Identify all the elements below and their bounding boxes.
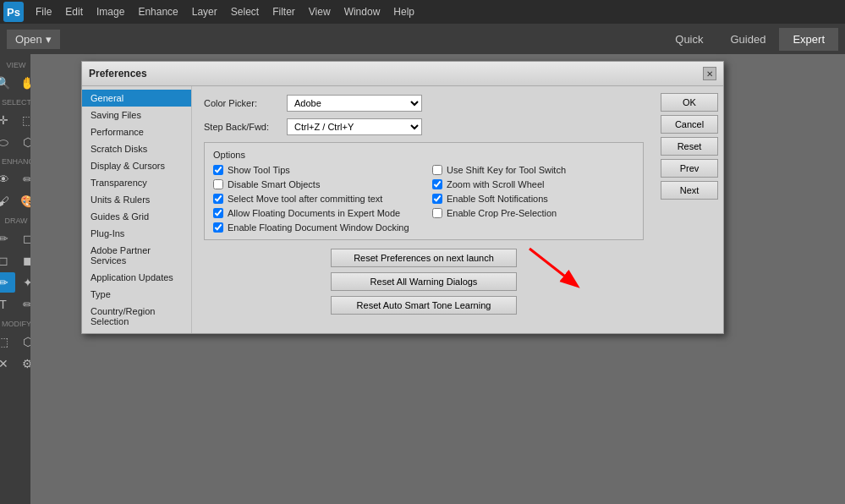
mode-tabs: Quick Guided Expert <box>661 28 838 51</box>
cancel-button[interactable]: Cancel <box>661 115 718 134</box>
clone-tool[interactable]: 🖌 <box>0 191 15 211</box>
canvas-area: Preferences ✕ General Saving Files Perfo… <box>30 54 845 504</box>
next-button[interactable]: Next <box>661 181 718 200</box>
show-tooltips-checkbox[interactable] <box>213 165 223 175</box>
enable-floating-window-label: Enable Floating Document Window Docking <box>228 222 409 233</box>
menu-file[interactable]: File <box>29 4 58 19</box>
zoom-scroll-label: Zoom with Scroll Wheel <box>447 179 545 189</box>
crop-tool[interactable]: ⬚ <box>0 331 15 352</box>
allow-floating-checkbox[interactable] <box>213 208 223 218</box>
menu-view[interactable]: View <box>302 4 337 19</box>
open-button[interactable]: Open ▾ <box>7 30 60 49</box>
left-toolbar: VIEW 🔍 ✋ SELECT ✛ ⬚ ⬭ ⬡ ENHANCE 👁 ✏ 🖌 🎨 … <box>0 54 30 504</box>
app-logo: Ps <box>3 2 24 22</box>
menu-help[interactable]: Help <box>387 4 421 19</box>
disable-smart-checkbox[interactable] <box>213 179 223 189</box>
reset-buttons: Reset Preferences on next launch Reset A… <box>204 249 644 315</box>
view-label: VIEW <box>0 61 30 69</box>
move-tool[interactable]: ✛ <box>0 110 15 130</box>
reset-prefs-button[interactable]: Reset Preferences on next launch <box>331 249 517 267</box>
options-title: Options <box>213 150 634 160</box>
checkbox-allow-floating: Allow Floating Documents in Expert Mode <box>213 208 415 218</box>
dialog-title: Preferences <box>89 68 147 79</box>
reset-warning-button[interactable]: Reset All Warning Dialogs <box>331 272 517 291</box>
enable-crop-checkbox[interactable] <box>432 208 442 218</box>
zoom-tool[interactable]: 🔍 <box>0 73 15 93</box>
recompose-tool[interactable]: ✕ <box>0 353 15 374</box>
options-grid: Show Tool Tips Disable Smart Objects Sel… <box>213 165 634 233</box>
step-backfwd-label: Step Back/Fwd: <box>204 122 280 132</box>
nav-scratch-disks[interactable]: Scratch Disks <box>82 140 191 157</box>
checkbox-disable-smart: Disable Smart Objects <box>213 179 415 189</box>
nav-country-region[interactable]: Country/Region Selection <box>82 303 191 330</box>
preferences-dialog: Preferences ✕ General Saving Files Perfo… <box>81 61 724 334</box>
checkbox-enable-crop: Enable Crop Pre-Selection <box>432 208 634 218</box>
modify-label: MODIFY <box>0 320 30 328</box>
enable-crop-label: Enable Crop Pre-Selection <box>447 208 557 218</box>
menu-window[interactable]: Window <box>337 4 387 19</box>
red-eye-tool[interactable]: 👁 <box>0 169 15 189</box>
select-label: SELECT <box>0 98 30 107</box>
fill-tool[interactable]: ◻ <box>0 250 15 271</box>
menu-edit[interactable]: Edit <box>58 4 90 19</box>
nav-type[interactable]: Type <box>82 286 191 303</box>
color-picker-select[interactable]: Adobe <box>287 95 422 112</box>
dialog-body: General Saving Files Performance Scratch… <box>82 86 723 333</box>
type-tool[interactable]: T <box>0 294 15 315</box>
menu-layer[interactable]: Layer <box>185 4 224 19</box>
nav-saving-files[interactable]: Saving Files <box>82 107 191 123</box>
main-area: VIEW 🔍 ✋ SELECT ✛ ⬚ ⬭ ⬡ ENHANCE 👁 ✏ 🖌 🎨 … <box>0 54 845 504</box>
tab-quick[interactable]: Quick <box>661 28 716 51</box>
lasso-tool[interactable]: ⬭ <box>0 132 15 152</box>
menu-filter[interactable]: Filter <box>266 4 302 19</box>
zoom-scroll-checkbox[interactable] <box>432 179 442 189</box>
checkbox-zoom-scroll: Zoom with Scroll Wheel <box>432 179 634 189</box>
nav-guides-grid[interactable]: Guides & Grid <box>82 208 191 225</box>
options-box: Options Show Tool Tips <box>204 142 644 240</box>
pref-content: Color Picker: Adobe Step Back/Fwd: Ctrl+… <box>192 86 656 333</box>
checkbox-show-tooltips: Show Tool Tips <box>213 165 415 175</box>
prev-button[interactable]: Prev <box>661 159 718 178</box>
checkbox-enable-soft: Enable Soft Notifications <box>432 194 634 204</box>
checkbox-select-move: Select Move tool after committing text <box>213 194 415 204</box>
tab-expert[interactable]: Expert <box>779 28 838 51</box>
header-bar: Open ▾ Quick Guided Expert <box>0 24 845 54</box>
pref-right-buttons: OK Cancel Reset Prev Next <box>656 86 723 333</box>
step-backfwd-select[interactable]: Ctrl+Z / Ctrl+Y <box>287 118 422 135</box>
dialog-overlay: Preferences ✕ General Saving Files Perfo… <box>30 54 845 504</box>
nav-plug-ins[interactable]: Plug-Ins <box>82 225 191 242</box>
reset-smart-tone-button[interactable]: Reset Auto Smart Tone Learning <box>331 296 517 315</box>
nav-units-rulers[interactable]: Units & Rulers <box>82 191 191 208</box>
tab-guided[interactable]: Guided <box>717 28 780 51</box>
nav-adobe-partner[interactable]: Adobe Partner Services <box>82 242 191 269</box>
options-col2: Use Shift Key for Tool Switch Zoom with … <box>432 165 634 233</box>
ok-button[interactable]: OK <box>661 93 718 112</box>
options-col1: Show Tool Tips Disable Smart Objects Sel… <box>213 165 415 233</box>
pen-tool[interactable]: ✏ <box>0 272 15 293</box>
select-move-checkbox[interactable] <box>213 194 223 204</box>
close-button[interactable]: ✕ <box>703 67 716 80</box>
enhance-label: ENHANCE <box>0 157 30 166</box>
nav-display-cursors[interactable]: Display & Cursors <box>82 157 191 174</box>
nav-transparency[interactable]: Transparency <box>82 174 191 191</box>
use-shift-checkbox[interactable] <box>432 165 442 175</box>
enable-soft-label: Enable Soft Notifications <box>447 194 548 204</box>
disable-smart-label: Disable Smart Objects <box>228 179 320 189</box>
brush-tool[interactable]: ✏ <box>0 228 15 249</box>
nav-performance[interactable]: Performance <box>82 123 191 140</box>
enable-soft-checkbox[interactable] <box>432 194 442 204</box>
menu-enhance[interactable]: Enhance <box>131 4 184 19</box>
select-move-label: Select Move tool after committing text <box>228 194 382 204</box>
checkbox-enable-floating-window: Enable Floating Document Window Docking <box>213 222 415 233</box>
reset-button[interactable]: Reset <box>661 137 718 156</box>
draw-label: DRAW <box>0 216 30 225</box>
enable-floating-window-checkbox[interactable] <box>213 222 223 233</box>
nav-app-updates[interactable]: Application Updates <box>82 269 191 286</box>
nav-general[interactable]: General <box>82 90 191 107</box>
pref-sidebar: General Saving Files Performance Scratch… <box>82 86 192 333</box>
menu-select[interactable]: Select <box>224 4 266 19</box>
step-backfwd-row: Step Back/Fwd: Ctrl+Z / Ctrl+Y <box>204 118 644 135</box>
color-picker-label: Color Picker: <box>204 98 280 108</box>
menu-image[interactable]: Image <box>90 4 131 19</box>
use-shift-label: Use Shift Key for Tool Switch <box>447 165 566 175</box>
